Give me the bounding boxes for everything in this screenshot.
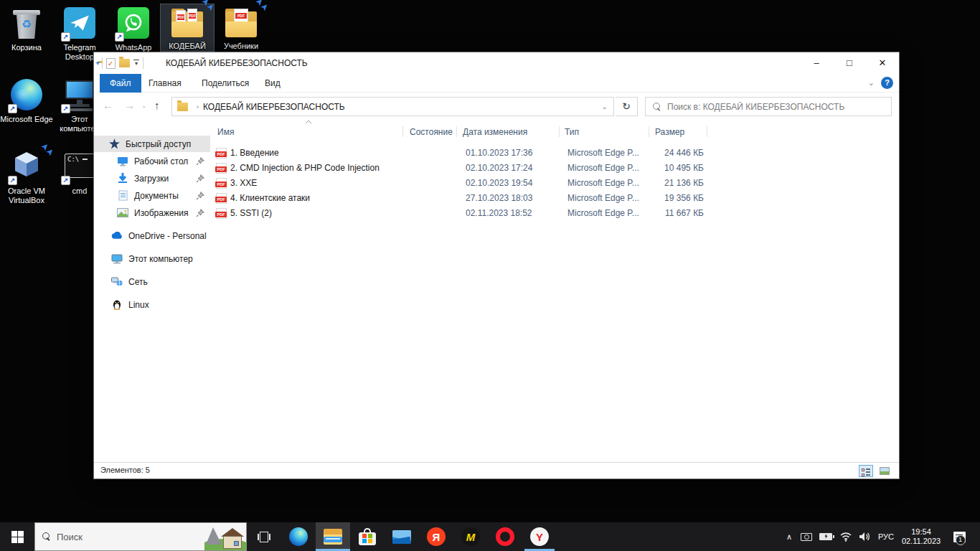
tray-battery-icon[interactable] — [816, 522, 835, 551]
desktop-icon-uchebniki[interactable]: PDF ➤➤ Учебники — [215, 4, 268, 51]
clock-date: 02.11.2023 — [902, 537, 941, 546]
downloads-icon — [117, 173, 128, 184]
desktop-icon-label: Oracle VM VirtualBox — [0, 187, 53, 205]
file-row[interactable]: PDF 1. Введение 01.10.2023 17:36 Microso… — [213, 146, 895, 161]
address-bar[interactable]: › КОДЕБАЙ КИБЕРБЕЗОПАСНОСТЬ ⌄ — [171, 97, 614, 116]
sidebar-item-pictures[interactable]: Изображения — [94, 204, 210, 221]
taskbar-yandex-browser[interactable]: Y — [522, 522, 557, 551]
edge-icon — [289, 527, 308, 546]
file-row[interactable]: PDF 4. Клиентские атаки 27.10.2023 18:03… — [213, 191, 895, 206]
up-button[interactable]: ↑ — [154, 99, 160, 111]
search-highlight-image[interactable] — [204, 523, 246, 550]
sidebar-item-quick-access[interactable]: Быстрый доступ — [94, 136, 210, 152]
taskbar-search[interactable] — [34, 522, 247, 551]
column-header-size[interactable]: Размер — [655, 124, 684, 140]
tab-view[interactable]: Вид — [255, 74, 291, 93]
desktop: ♻ Корзина ↗ Telegram Desktop ↗ WhatsApp … — [0, 0, 980, 551]
recent-locations-dropdown-icon[interactable]: ⌄ — [141, 102, 147, 109]
search-input[interactable] — [667, 102, 875, 112]
pdf-file-icon: PDF — [216, 148, 227, 159]
thumbnails-view-button[interactable] — [877, 465, 892, 477]
start-button[interactable] — [0, 522, 34, 551]
tray-language[interactable]: РУС — [874, 522, 898, 551]
file-name: 5. SSTI (2) — [230, 206, 402, 221]
pin-icon[interactable] — [196, 174, 204, 183]
address-dropdown-icon[interactable]: ⌄ — [602, 103, 608, 110]
tray-display-icon[interactable] — [798, 522, 815, 551]
desktop-icon-edge[interactable]: ↗ Microsoft Edge — [0, 77, 53, 124]
help-button[interactable]: ? — [881, 77, 893, 89]
file-name: 1. Введение — [230, 146, 402, 161]
taskbar-explorer[interactable] — [316, 522, 350, 551]
forward-button[interactable]: → — [124, 99, 135, 111]
notification-center-button[interactable]: 1 — [948, 522, 970, 551]
taskbar-m-app[interactable]: M — [453, 522, 488, 551]
file-row[interactable]: PDF 2. CMD Injection & PHP Code Injectio… — [213, 161, 895, 176]
new-folder-button[interactable] — [119, 59, 130, 67]
column-header-status[interactable]: Состояние — [410, 124, 453, 140]
ribbon-collapse-icon[interactable]: ⌄ — [868, 78, 875, 88]
taskbar-opera[interactable] — [488, 522, 522, 551]
taskbar-edge[interactable] — [281, 522, 316, 551]
refresh-button[interactable]: ↻ — [616, 97, 638, 116]
sidebar-item-network[interactable]: Сеть — [94, 273, 210, 290]
properties-button[interactable]: ✓ — [106, 58, 116, 69]
search-box[interactable] — [645, 97, 892, 116]
file-size: 10 495 КБ — [623, 161, 704, 176]
column-header-date[interactable]: Дата изменения — [463, 124, 527, 140]
column-header-type[interactable]: Тип — [565, 124, 579, 140]
taskbar-store[interactable] — [350, 522, 385, 551]
pin-icon[interactable] — [196, 209, 204, 217]
tab-home[interactable]: Главная — [138, 74, 192, 93]
sidebar-item-this-pc[interactable]: Этот компьютер — [94, 250, 210, 267]
sidebar-item-downloads[interactable]: Загрузки — [94, 170, 210, 187]
details-view-button[interactable] — [859, 465, 873, 477]
task-view-button[interactable] — [247, 522, 281, 551]
desktop-icon-recycle-bin[interactable]: ♻ Корзина — [0, 6, 53, 52]
desktop-icon-label: Microsoft Edge — [0, 115, 53, 124]
file-date: 02.10.2023 19:54 — [466, 176, 559, 191]
navigation-row: ← → ⌄ ↑ › КОДЕБАЙ КИБЕРБЕЗОПАСНОСТЬ ⌄ ↻ — [94, 93, 899, 121]
m-app-icon: M — [461, 527, 480, 546]
customize-qat-button[interactable]: ▾ — [133, 60, 139, 67]
sidebar-item-linux[interactable]: Linux — [94, 296, 210, 313]
ribbon-tabs: Файл Главная Поделиться Вид ⌄ ? — [94, 74, 899, 93]
navigation-pane: Быстрый доступ Рабочий стол Загрузки Док… — [94, 121, 210, 462]
address-folder-icon — [177, 103, 188, 111]
taskbar-search-input[interactable] — [57, 532, 171, 542]
tray-expand-icon[interactable]: ∧ — [782, 522, 796, 551]
virtualbox-icon: ➤➤ ↗ — [9, 149, 44, 184]
tab-file[interactable]: Файл — [100, 74, 141, 93]
pin-icon[interactable] — [196, 157, 204, 166]
telegram-icon: ↗ — [62, 6, 97, 40]
desktop-icon-virtualbox[interactable]: ➤➤ ↗ Oracle VM VirtualBox — [0, 149, 53, 205]
tray-volume-icon[interactable] — [855, 522, 874, 551]
desktop-icon-whatsapp[interactable]: ↗ WhatsApp — [107, 6, 160, 52]
sidebar-item-onedrive[interactable]: OneDrive - Personal — [94, 227, 210, 244]
tray-wifi-icon[interactable] — [837, 522, 855, 551]
taskbar-mail[interactable] — [385, 522, 419, 551]
taskbar: Я M Y ∧ РУС 19:5402.11.2023 1 — [0, 522, 980, 551]
desktop-icon-label: Корзина — [0, 43, 53, 52]
file-row[interactable]: PDF 5. SSTI (2) 02.11.2023 18:52 Microso… — [213, 206, 895, 221]
sidebar-item-documents[interactable]: Документы — [94, 187, 210, 204]
desktop-icon-kodebay[interactable]: PDF PDF ➤➤ КОДЕБАЙ — [161, 4, 214, 51]
minimize-button[interactable]: – — [800, 52, 833, 74]
tab-share[interactable]: Поделиться — [192, 74, 259, 93]
sidebar-item-desktop[interactable]: Рабочий стол — [94, 153, 210, 169]
pictures-icon — [117, 207, 128, 219]
tray-clock[interactable]: 19:5402.11.2023 — [898, 522, 944, 551]
taskbar-yandex[interactable]: Я — [419, 522, 453, 551]
file-row[interactable]: PDF 3. XXE 02.10.2023 19:54 Microsoft Ed… — [213, 176, 895, 191]
close-button[interactable]: ✕ — [866, 52, 899, 74]
column-header-name[interactable]: Имя — [217, 124, 234, 140]
documents-icon — [117, 190, 128, 202]
back-button[interactable]: ← — [103, 99, 113, 111]
maximize-button[interactable]: □ — [833, 52, 866, 74]
opera-icon — [496, 527, 514, 546]
breadcrumb[interactable]: КОДЕБАЙ КИБЕРБЕЗОПАСНОСТЬ — [203, 102, 345, 112]
file-name: 3. XXE — [230, 176, 402, 191]
pin-icon[interactable] — [196, 192, 204, 200]
file-name: 4. Клиентские атаки — [230, 191, 402, 206]
file-date: 27.10.2023 18:03 — [466, 191, 559, 206]
